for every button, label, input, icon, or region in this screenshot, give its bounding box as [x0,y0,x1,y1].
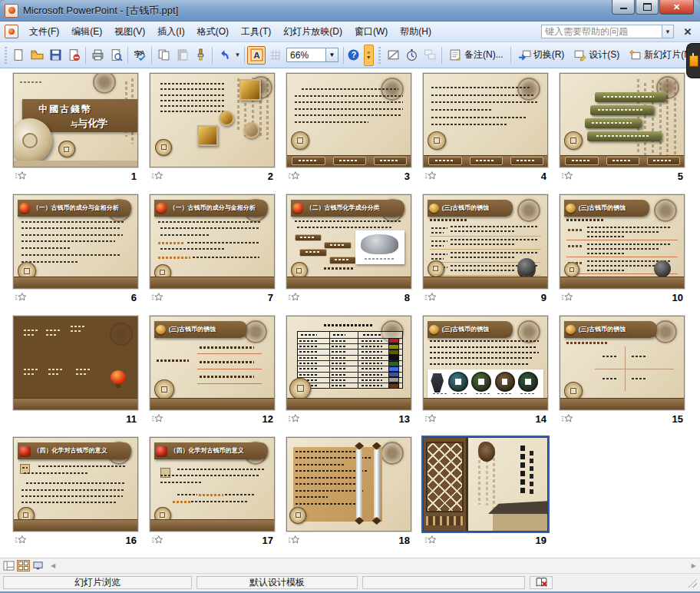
transition-star-icon[interactable] [151,170,165,182]
slide-thumbnail-14[interactable]: (三)古钱币的锈蚀 [423,316,548,410]
hide-slide-button[interactable] [384,46,402,65]
slide-thumbnail-19[interactable] [423,437,548,532]
menu-view[interactable]: 视图(V) [108,22,151,41]
close-button[interactable]: ✕ [659,0,694,15]
print-button[interactable] [88,46,107,65]
slide-content: (三)古钱币的锈蚀 [424,316,547,409]
new-document-button[interactable] [9,46,28,65]
slide-thumbnail-17[interactable]: （四）化学对古钱币的意义 [150,437,275,532]
toolbar-options-chevron[interactable]: »▼ [364,45,374,66]
transition-star-icon[interactable] [15,170,28,182]
show-formatting-button[interactable]: A [247,46,266,65]
transition-star-icon[interactable] [15,291,28,303]
summary-slide-button[interactable] [421,46,439,65]
undo-button[interactable] [215,46,233,65]
slide-thumbnail-13[interactable] [286,316,411,410]
undo-dropdown-icon[interactable]: ▼ [233,46,242,65]
menu-help[interactable]: 帮助(H) [394,22,438,41]
rehearse-timings-button[interactable] [402,46,421,65]
scroll-left-icon[interactable]: ◀ [48,562,58,569]
spelling-button[interactable]: 字A [130,46,149,65]
menu-slideshow[interactable]: 幻灯片放映(D) [277,22,348,41]
toolbar-grip[interactable] [4,47,7,64]
zoom-value[interactable]: 66% [286,48,326,62]
normal-view-button[interactable] [2,560,15,571]
menu-tools[interactable]: 工具(T) [235,22,277,41]
transition-star-icon[interactable] [15,534,28,546]
save-button[interactable] [46,46,64,65]
slide-thumbnail-5[interactable] [560,73,685,167]
transition-star-icon[interactable] [151,534,165,546]
transition-star-icon[interactable] [288,291,302,303]
menu-window[interactable]: 窗口(W) [348,22,394,41]
slide-nav-button [565,157,598,165]
transition-star-icon[interactable] [424,291,438,303]
format-painter-button[interactable] [191,46,210,65]
zoom-dropdown-icon[interactable]: ▼ [326,48,338,62]
slideshow-view-button[interactable] [31,560,45,571]
menu-format[interactable]: 格式(O) [191,22,235,41]
slide-thumbnail-7[interactable]: （一）古钱币的成分与金相分析 [150,194,275,289]
slide-thumbnail-15[interactable]: (三)古钱币的锈蚀 [560,316,685,410]
slide-sorter-view-button[interactable] [17,560,30,571]
text-line [435,160,454,161]
transition-star-icon[interactable] [561,170,575,182]
toolbar-grip-2[interactable] [378,47,381,64]
transition-star-icon[interactable] [561,412,575,425]
search-dropdown-icon[interactable]: ▼ [662,25,674,38]
transition-button[interactable]: 切换(R) [513,46,570,64]
slide-number: 11 [126,413,137,425]
slide-thumbnail-1[interactable]: 中國古錢幣 与与化学 [13,73,138,167]
copy-button[interactable] [154,46,173,65]
transition-star-icon[interactable] [151,291,165,303]
text-line [71,330,81,332]
slide-thumbnail-6[interactable]: （一）古钱币的成分与金相分析 [13,194,138,289]
slide-thumbnail-8[interactable]: （二）古钱币化学成分分类 [286,194,411,289]
menu-insert[interactable]: 插入(I) [151,22,190,41]
slide-thumbnail-10[interactable]: (三)古钱币的锈蚀 [560,194,685,289]
slide-thumbnail-16[interactable]: （四）化学对古钱币的意义 [13,437,138,532]
transition-star-icon[interactable] [424,534,438,546]
permission-button[interactable] [64,46,83,65]
search-input[interactable]: 键入需要帮助的问题 [541,25,662,38]
minimize-button[interactable] [612,0,635,15]
slide-thumbnail-4[interactable] [423,73,548,167]
transition-star-icon[interactable] [151,412,165,425]
slide-thumbnail-2[interactable] [150,73,275,167]
slide-thumbnail-9[interactable]: (三)古钱币的锈蚀 [423,194,548,289]
help-button[interactable]: ? [346,46,362,65]
maximize-button[interactable] [636,0,659,15]
scroll-right-icon[interactable]: ▶ [689,562,698,569]
document-icon[interactable] [5,25,18,38]
text-line [431,117,528,118]
resize-grip[interactable] [688,578,697,588]
notes-button[interactable]: 备注(N)... [444,46,508,64]
slide-canvas: (三)古钱币的锈蚀 [560,194,685,289]
coin-graphic [58,141,75,157]
transition-star-icon[interactable] [561,291,575,303]
slide-thumbnail-11[interactable] [13,316,138,410]
slide-thumbnail-3[interactable] [286,73,411,167]
open-button[interactable] [28,46,46,65]
transition-star-icon[interactable] [288,534,302,546]
menubar-close-icon[interactable]: ✕ [680,24,695,39]
menu-file[interactable]: 文件(F) [23,22,65,41]
table-row [298,366,402,371]
design-button[interactable]: 设计(S) [569,46,624,64]
slide-title-bar: （四）化学对古钱币的意义 [18,442,131,459]
transition-star-icon[interactable] [288,412,302,425]
transition-star-icon[interactable] [424,170,438,182]
horizontal-scrollbar[interactable]: ◀ ▶ [48,560,698,571]
print-preview-button[interactable] [107,46,125,65]
transition-star-icon[interactable] [424,412,438,425]
show-grid-button[interactable] [266,46,284,65]
docked-edge-widget[interactable] [686,43,700,78]
slide-thumbnail-12[interactable]: (三)古钱币的锈蚀 [150,316,275,410]
spelling-status-icon[interactable] [530,576,553,589]
text-line [587,236,624,237]
slide-thumbnail-18[interactable] [286,437,411,532]
paste-button[interactable] [173,46,191,65]
menu-edit[interactable]: 编辑(E) [65,22,108,41]
status-template-label[interactable]: 默认设计模板 [196,576,358,589]
transition-star-icon[interactable] [288,170,302,182]
